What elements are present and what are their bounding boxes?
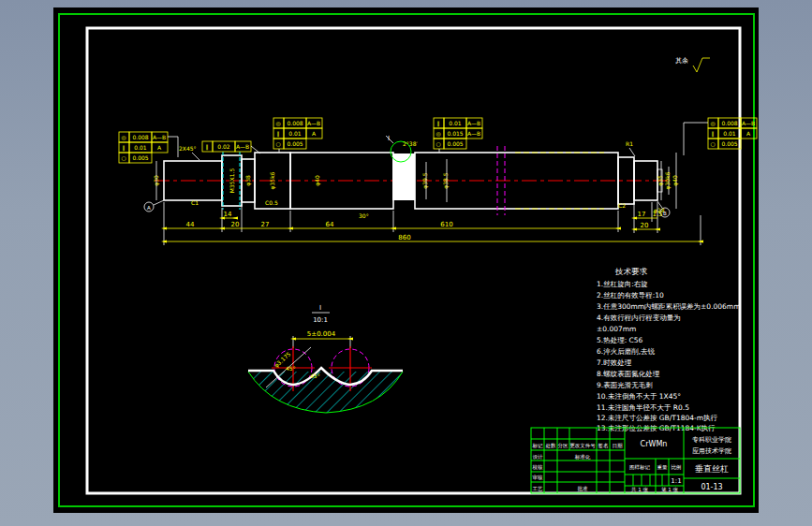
gtol-cell: A—B — [742, 120, 755, 126]
gtol-cell: 0.01 — [723, 130, 736, 137]
detail-scale: 10:1 — [313, 316, 328, 324]
drawing-number: 01-13 — [701, 483, 722, 491]
gtol-cell: 0.02 — [217, 143, 230, 150]
chamfer-label: 2X45° — [179, 145, 197, 152]
gtol-cell: A—B — [153, 134, 166, 140]
row-approve: 批准 — [578, 486, 589, 492]
note-line: 10.未注倒角不大于 1X45° — [597, 392, 681, 401]
gtol-cell: 0.008 — [287, 120, 303, 126]
rev-header: 日期 — [613, 443, 624, 449]
gtol-cell: ∥ — [712, 130, 715, 138]
gtol-cell: 0.005 — [132, 154, 148, 161]
gtol-cell: 0.008 — [132, 134, 148, 140]
gtol-cell: ◎ — [710, 120, 715, 126]
notes-title: 技术要求 — [614, 267, 648, 276]
gtol-cell: A—B — [467, 120, 480, 126]
note-line: 1.丝杠旋向:右旋 — [597, 280, 648, 288]
c1-label: C1 — [191, 199, 199, 206]
gtol-cell: ∥ — [123, 144, 125, 152]
row-design: 设计 — [533, 454, 544, 460]
sheet-total: 共 1 张 — [630, 487, 648, 493]
note-line: 7.时效处理 — [597, 358, 632, 367]
rev-header: 处数 — [546, 443, 557, 449]
row-std: 标准化 — [574, 454, 591, 460]
dim-44: 44 — [186, 221, 195, 228]
detail-view-ref: Ⅰ — [319, 304, 321, 312]
rev-header: 分区 — [558, 443, 569, 448]
gtol-cell: ○ — [710, 140, 715, 147]
detail-ref-label: Ⅰ — [388, 135, 390, 142]
end-d40-label: φ40 — [672, 175, 679, 186]
gtol-cell: 0.01 — [449, 120, 462, 126]
gtol-cell: 0.008 — [721, 120, 737, 126]
datum-a-label: A — [147, 205, 151, 211]
lead-angle-label: 2°38′ — [403, 140, 418, 147]
gtol-cell: ○ — [275, 140, 280, 147]
end-d35-label: φ35 — [657, 175, 664, 186]
dim-20-right: 20 — [641, 222, 649, 229]
dim-64: 64 — [326, 221, 334, 228]
gtol-cell: ◎ — [275, 120, 280, 126]
gtol-cell: A—B — [467, 130, 480, 137]
dim-20: 20 — [231, 221, 240, 228]
gtol-cell: ◎ — [436, 130, 440, 137]
end-d30k6-label: φ30k6 — [664, 171, 672, 189]
dim-1-5: 1.5 — [652, 211, 662, 218]
rev-header: 标记 — [532, 443, 544, 449]
gtol-cell: 0.005 — [287, 140, 303, 147]
contact-angle-2: 45° — [286, 365, 296, 372]
note-line: 3.任意300mm内螺距累积误差为±0.006mm — [597, 302, 740, 311]
c05-label: C0.5 — [265, 199, 278, 206]
weight-label: 重量 — [657, 464, 669, 470]
row-check: 校核 — [532, 464, 544, 470]
note-line: 4.有效行程内行程变动量为 — [597, 314, 681, 322]
note-line: 12.未注尺寸公差按 GB/T1804-m执行 — [597, 414, 717, 422]
m35-label: M35X1.5 — [229, 168, 235, 194]
gtol-cell: 0.005 — [721, 140, 737, 147]
cad-drawing: 其余 Ⅰ 2°38′ φ30 M35X1.5 φ38 — [0, 0, 812, 526]
dim-17: 17 — [638, 211, 646, 218]
d395-label: φ39.5 — [421, 172, 429, 189]
dim-27: 27 — [261, 221, 270, 228]
note-line: 8.螺纹表面氮化处理 — [597, 370, 660, 378]
c2-label: C2 — [618, 202, 626, 209]
note-line: 11.未注圆角半径不大于 R0.5 — [597, 403, 689, 412]
gtol-cell: ∥ — [277, 130, 280, 138]
gtol-cell: 0.015 — [447, 130, 463, 137]
material: CrWMn — [641, 440, 668, 448]
cad-viewer-canvas: 其余 Ⅰ 2°38′ φ30 M35X1.5 φ38 — [0, 0, 812, 526]
gtol-cell: 0.005 — [447, 140, 463, 147]
row-audit: 审核 — [533, 475, 544, 480]
gtol-cell: A—B — [236, 143, 249, 150]
gtol-cell: ∥ — [206, 143, 209, 151]
contact-angle-1: 45° — [310, 373, 320, 379]
sheet-no: 第 1 张 — [661, 487, 678, 493]
dim-860: 860 — [398, 234, 410, 241]
gtol-cell: ∥ — [437, 120, 440, 127]
rev-header: 更改文件号 — [569, 443, 596, 448]
school-line2: 应用技术学院 — [692, 446, 731, 455]
gtol-cell: 0.01 — [288, 130, 302, 137]
deg30-label: 30° — [359, 212, 369, 219]
gtol-cell: A—B — [307, 120, 320, 126]
part-name: 垂直丝杠 — [695, 464, 729, 474]
note-line: 2.丝杠的有效导程:10 — [597, 291, 664, 300]
d38-label: φ38 — [244, 175, 252, 186]
d35k6-label: φ35k6 — [269, 171, 276, 189]
datum-b-label: B — [663, 211, 667, 216]
dim-610: 610 — [440, 221, 452, 228]
note-line: 6.淬火后磨削,去锐 — [597, 347, 656, 356]
rev-header: 签名 — [598, 443, 609, 449]
mark-label: 图样标记 — [629, 464, 651, 471]
gtol-cell: ○ — [121, 154, 125, 161]
school-line1: 专科职业学院 — [692, 436, 731, 444]
pitch-dim: 5±0.004 — [307, 330, 336, 338]
note-line: ±0.007mm — [597, 325, 636, 333]
scale-label: 比例 — [672, 464, 682, 471]
gtol-cell: ○ — [436, 140, 440, 147]
sheet-paper — [53, 7, 759, 513]
row-process: 工艺 — [533, 486, 544, 491]
r1-label: R1 — [626, 140, 633, 147]
d40-label: φ40 — [314, 175, 321, 186]
gtol-cell: 0.01 — [134, 144, 147, 151]
